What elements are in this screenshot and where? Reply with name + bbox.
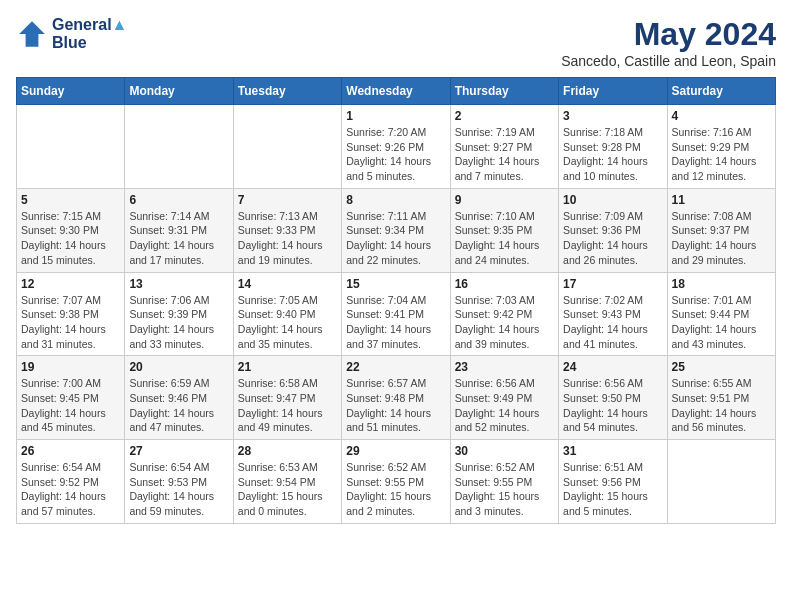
calendar-cell: 18Sunrise: 7:01 AM Sunset: 9:44 PM Dayli… bbox=[667, 272, 775, 356]
calendar-header-saturday: Saturday bbox=[667, 78, 775, 105]
logo-text: General▲ Blue bbox=[52, 16, 127, 52]
calendar-cell: 7Sunrise: 7:13 AM Sunset: 9:33 PM Daylig… bbox=[233, 188, 341, 272]
main-title: May 2024 bbox=[561, 16, 776, 53]
day-info: Sunrise: 6:53 AM Sunset: 9:54 PM Dayligh… bbox=[238, 460, 337, 519]
calendar-cell: 29Sunrise: 6:52 AM Sunset: 9:55 PM Dayli… bbox=[342, 440, 450, 524]
day-number: 13 bbox=[129, 277, 228, 291]
day-info: Sunrise: 6:54 AM Sunset: 9:53 PM Dayligh… bbox=[129, 460, 228, 519]
day-info: Sunrise: 7:14 AM Sunset: 9:31 PM Dayligh… bbox=[129, 209, 228, 268]
logo: General▲ Blue bbox=[16, 16, 127, 52]
day-info: Sunrise: 6:55 AM Sunset: 9:51 PM Dayligh… bbox=[672, 376, 771, 435]
day-info: Sunrise: 7:02 AM Sunset: 9:43 PM Dayligh… bbox=[563, 293, 662, 352]
day-info: Sunrise: 6:58 AM Sunset: 9:47 PM Dayligh… bbox=[238, 376, 337, 435]
day-number: 15 bbox=[346, 277, 445, 291]
day-number: 30 bbox=[455, 444, 554, 458]
calendar-cell: 24Sunrise: 6:56 AM Sunset: 9:50 PM Dayli… bbox=[559, 356, 667, 440]
calendar-cell: 26Sunrise: 6:54 AM Sunset: 9:52 PM Dayli… bbox=[17, 440, 125, 524]
day-number: 12 bbox=[21, 277, 120, 291]
calendar-cell bbox=[667, 440, 775, 524]
calendar-cell: 14Sunrise: 7:05 AM Sunset: 9:40 PM Dayli… bbox=[233, 272, 341, 356]
day-number: 5 bbox=[21, 193, 120, 207]
day-info: Sunrise: 6:56 AM Sunset: 9:50 PM Dayligh… bbox=[563, 376, 662, 435]
day-info: Sunrise: 6:52 AM Sunset: 9:55 PM Dayligh… bbox=[455, 460, 554, 519]
day-number: 20 bbox=[129, 360, 228, 374]
calendar-cell bbox=[233, 105, 341, 189]
day-number: 21 bbox=[238, 360, 337, 374]
day-info: Sunrise: 7:01 AM Sunset: 9:44 PM Dayligh… bbox=[672, 293, 771, 352]
calendar-header-row: SundayMondayTuesdayWednesdayThursdayFrid… bbox=[17, 78, 776, 105]
calendar-cell bbox=[125, 105, 233, 189]
calendar-header-friday: Friday bbox=[559, 78, 667, 105]
day-number: 22 bbox=[346, 360, 445, 374]
calendar-week-1: 1Sunrise: 7:20 AM Sunset: 9:26 PM Daylig… bbox=[17, 105, 776, 189]
day-number: 18 bbox=[672, 277, 771, 291]
calendar-cell: 1Sunrise: 7:20 AM Sunset: 9:26 PM Daylig… bbox=[342, 105, 450, 189]
calendar-cell: 22Sunrise: 6:57 AM Sunset: 9:48 PM Dayli… bbox=[342, 356, 450, 440]
calendar-cell: 30Sunrise: 6:52 AM Sunset: 9:55 PM Dayli… bbox=[450, 440, 558, 524]
calendar: SundayMondayTuesdayWednesdayThursdayFrid… bbox=[16, 77, 776, 524]
calendar-cell: 9Sunrise: 7:10 AM Sunset: 9:35 PM Daylig… bbox=[450, 188, 558, 272]
calendar-header-wednesday: Wednesday bbox=[342, 78, 450, 105]
day-info: Sunrise: 7:16 AM Sunset: 9:29 PM Dayligh… bbox=[672, 125, 771, 184]
calendar-cell: 10Sunrise: 7:09 AM Sunset: 9:36 PM Dayli… bbox=[559, 188, 667, 272]
calendar-week-4: 19Sunrise: 7:00 AM Sunset: 9:45 PM Dayli… bbox=[17, 356, 776, 440]
calendar-header-thursday: Thursday bbox=[450, 78, 558, 105]
day-info: Sunrise: 7:00 AM Sunset: 9:45 PM Dayligh… bbox=[21, 376, 120, 435]
day-number: 27 bbox=[129, 444, 228, 458]
day-info: Sunrise: 7:04 AM Sunset: 9:41 PM Dayligh… bbox=[346, 293, 445, 352]
calendar-cell: 8Sunrise: 7:11 AM Sunset: 9:34 PM Daylig… bbox=[342, 188, 450, 272]
day-info: Sunrise: 6:59 AM Sunset: 9:46 PM Dayligh… bbox=[129, 376, 228, 435]
day-number: 4 bbox=[672, 109, 771, 123]
calendar-cell: 31Sunrise: 6:51 AM Sunset: 9:56 PM Dayli… bbox=[559, 440, 667, 524]
header: General▲ Blue May 2024 Sancedo, Castille… bbox=[16, 16, 776, 69]
day-info: Sunrise: 7:11 AM Sunset: 9:34 PM Dayligh… bbox=[346, 209, 445, 268]
calendar-cell: 20Sunrise: 6:59 AM Sunset: 9:46 PM Dayli… bbox=[125, 356, 233, 440]
day-number: 16 bbox=[455, 277, 554, 291]
day-number: 3 bbox=[563, 109, 662, 123]
calendar-cell: 5Sunrise: 7:15 AM Sunset: 9:30 PM Daylig… bbox=[17, 188, 125, 272]
day-number: 1 bbox=[346, 109, 445, 123]
day-number: 23 bbox=[455, 360, 554, 374]
calendar-cell bbox=[17, 105, 125, 189]
day-info: Sunrise: 7:06 AM Sunset: 9:39 PM Dayligh… bbox=[129, 293, 228, 352]
day-info: Sunrise: 7:20 AM Sunset: 9:26 PM Dayligh… bbox=[346, 125, 445, 184]
calendar-cell: 21Sunrise: 6:58 AM Sunset: 9:47 PM Dayli… bbox=[233, 356, 341, 440]
day-number: 10 bbox=[563, 193, 662, 207]
day-number: 2 bbox=[455, 109, 554, 123]
day-number: 29 bbox=[346, 444, 445, 458]
day-info: Sunrise: 6:56 AM Sunset: 9:49 PM Dayligh… bbox=[455, 376, 554, 435]
calendar-cell: 13Sunrise: 7:06 AM Sunset: 9:39 PM Dayli… bbox=[125, 272, 233, 356]
calendar-cell: 23Sunrise: 6:56 AM Sunset: 9:49 PM Dayli… bbox=[450, 356, 558, 440]
day-number: 7 bbox=[238, 193, 337, 207]
calendar-cell: 16Sunrise: 7:03 AM Sunset: 9:42 PM Dayli… bbox=[450, 272, 558, 356]
calendar-cell: 17Sunrise: 7:02 AM Sunset: 9:43 PM Dayli… bbox=[559, 272, 667, 356]
calendar-cell: 3Sunrise: 7:18 AM Sunset: 9:28 PM Daylig… bbox=[559, 105, 667, 189]
day-info: Sunrise: 7:10 AM Sunset: 9:35 PM Dayligh… bbox=[455, 209, 554, 268]
day-number: 11 bbox=[672, 193, 771, 207]
calendar-week-5: 26Sunrise: 6:54 AM Sunset: 9:52 PM Dayli… bbox=[17, 440, 776, 524]
day-info: Sunrise: 7:03 AM Sunset: 9:42 PM Dayligh… bbox=[455, 293, 554, 352]
day-number: 14 bbox=[238, 277, 337, 291]
calendar-cell: 25Sunrise: 6:55 AM Sunset: 9:51 PM Dayli… bbox=[667, 356, 775, 440]
calendar-header-tuesday: Tuesday bbox=[233, 78, 341, 105]
title-area: May 2024 Sancedo, Castille and Leon, Spa… bbox=[561, 16, 776, 69]
calendar-week-2: 5Sunrise: 7:15 AM Sunset: 9:30 PM Daylig… bbox=[17, 188, 776, 272]
calendar-cell: 4Sunrise: 7:16 AM Sunset: 9:29 PM Daylig… bbox=[667, 105, 775, 189]
calendar-cell: 2Sunrise: 7:19 AM Sunset: 9:27 PM Daylig… bbox=[450, 105, 558, 189]
day-number: 8 bbox=[346, 193, 445, 207]
day-info: Sunrise: 6:57 AM Sunset: 9:48 PM Dayligh… bbox=[346, 376, 445, 435]
subtitle: Sancedo, Castille and Leon, Spain bbox=[561, 53, 776, 69]
calendar-cell: 12Sunrise: 7:07 AM Sunset: 9:38 PM Dayli… bbox=[17, 272, 125, 356]
day-number: 9 bbox=[455, 193, 554, 207]
day-number: 24 bbox=[563, 360, 662, 374]
day-info: Sunrise: 7:05 AM Sunset: 9:40 PM Dayligh… bbox=[238, 293, 337, 352]
calendar-cell: 19Sunrise: 7:00 AM Sunset: 9:45 PM Dayli… bbox=[17, 356, 125, 440]
day-info: Sunrise: 6:54 AM Sunset: 9:52 PM Dayligh… bbox=[21, 460, 120, 519]
day-number: 6 bbox=[129, 193, 228, 207]
day-info: Sunrise: 7:08 AM Sunset: 9:37 PM Dayligh… bbox=[672, 209, 771, 268]
day-number: 26 bbox=[21, 444, 120, 458]
calendar-cell: 6Sunrise: 7:14 AM Sunset: 9:31 PM Daylig… bbox=[125, 188, 233, 272]
calendar-cell: 15Sunrise: 7:04 AM Sunset: 9:41 PM Dayli… bbox=[342, 272, 450, 356]
calendar-cell: 27Sunrise: 6:54 AM Sunset: 9:53 PM Dayli… bbox=[125, 440, 233, 524]
svg-marker-0 bbox=[19, 21, 45, 47]
